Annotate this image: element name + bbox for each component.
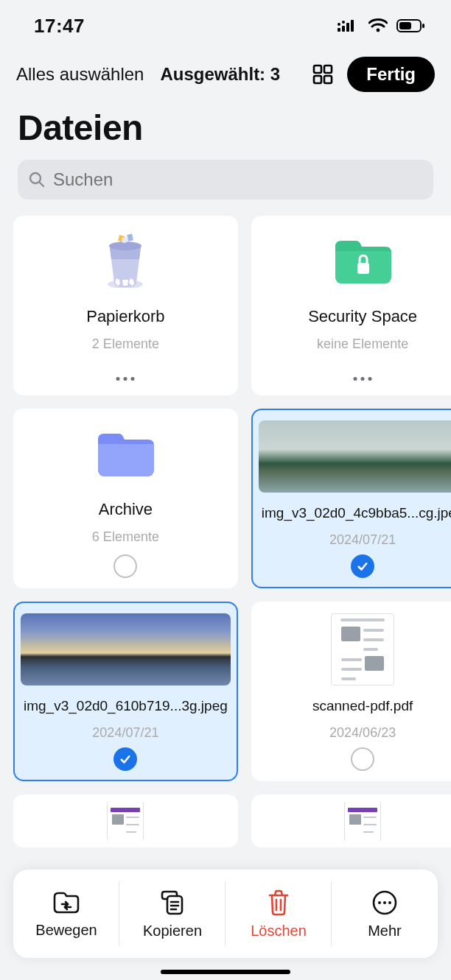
cell-signal-icon (338, 18, 360, 33)
copy-button[interactable]: Kopieren (119, 870, 226, 958)
page-title: Dateien (0, 97, 451, 152)
folder-icon (94, 426, 157, 479)
delete-button[interactable]: Löschen (226, 870, 332, 958)
file-thumbnail (21, 802, 231, 840)
svg-rect-12 (314, 76, 321, 83)
folder-label: Papierkorb (86, 288, 164, 326)
home-indicator (161, 970, 290, 974)
svg-rect-1 (342, 26, 345, 32)
file-item[interactable] (13, 794, 238, 847)
svg-rect-8 (399, 22, 411, 29)
svg-rect-11 (324, 66, 332, 73)
file-name: img_v3_02d0_610b719...3g.jpeg (21, 685, 231, 722)
move-icon (52, 889, 81, 916)
file-name: scanned-pdf.pdf (310, 685, 416, 722)
folder-label: Archive (99, 481, 153, 519)
search-input[interactable] (53, 169, 423, 190)
file-thumbnail (259, 613, 451, 685)
svg-rect-9 (422, 24, 424, 28)
lock-folder-icon (331, 233, 394, 286)
svg-point-32 (378, 901, 381, 904)
svg-point-5 (342, 21, 345, 24)
toolbar-label: Bewegen (35, 922, 97, 939)
folder-sub: 6 Elemente (92, 519, 159, 545)
select-circle[interactable] (113, 554, 137, 578)
file-item[interactable] (251, 794, 451, 847)
svg-point-6 (377, 29, 380, 32)
status-indicators (338, 18, 426, 33)
status-bar: 17:47 (0, 0, 451, 52)
svg-point-34 (388, 901, 391, 904)
select-circle[interactable] (351, 747, 374, 771)
file-date: 2024/06/23 (329, 722, 396, 741)
file-thumbnail (259, 420, 451, 493)
svg-rect-0 (338, 28, 340, 32)
more-button[interactable]: Mehr (332, 870, 438, 958)
file-date: 2024/07/21 (92, 722, 158, 741)
trash-icon (265, 889, 292, 917)
select-all-button[interactable]: Alles auswählen (16, 64, 144, 85)
copy-icon (158, 889, 186, 917)
toolbar-label: Kopieren (143, 923, 202, 940)
move-button[interactable]: Bewegen (13, 870, 119, 958)
layout-toggle-icon[interactable] (310, 62, 335, 87)
file-date: 2024/07/21 (329, 529, 396, 548)
search-icon (28, 171, 46, 188)
folder-label: Security Space (308, 288, 417, 326)
svg-rect-21 (357, 263, 369, 274)
folder-trash[interactable]: Papierkorb 2 Elemente (13, 216, 238, 395)
file-thumbnail (21, 613, 231, 685)
folder-archive[interactable]: Archive 6 Elemente (13, 409, 238, 588)
svg-rect-19 (127, 233, 134, 241)
toolbar-label: Mehr (368, 923, 402, 940)
svg-point-4 (338, 23, 340, 26)
file-thumbnail (259, 802, 451, 840)
search-bar[interactable] (18, 160, 433, 200)
file-item[interactable]: img_v3_02d0_4c9bba5...cg.jpeg 2024/07/21 (251, 409, 451, 588)
svg-rect-13 (324, 76, 332, 83)
bottom-toolbar: Bewegen Kopieren Löschen Me (13, 870, 438, 958)
file-grid: Papierkorb 2 Elemente Security Space kei… (0, 200, 451, 847)
file-item[interactable]: scanned-pdf.pdf 2024/06/23 (251, 602, 451, 781)
file-item[interactable]: img_v3_02d0_610b719...3g.jpeg 2024/07/21 (13, 602, 238, 781)
svg-line-15 (39, 182, 43, 186)
trash-icon (98, 230, 153, 288)
more-icon[interactable] (116, 377, 135, 381)
done-button[interactable]: Fertig (347, 57, 435, 92)
svg-rect-10 (314, 66, 321, 73)
svg-rect-3 (351, 20, 354, 32)
svg-rect-2 (346, 23, 349, 32)
file-name: img_v3_02d0_4c9bba5...cg.jpeg (259, 493, 451, 529)
top-actions: Alles auswählen Ausgewählt: 3 Fertig (0, 52, 451, 97)
wifi-icon (368, 18, 388, 33)
toolbar-label: Löschen (251, 923, 307, 940)
status-time: 17:47 (34, 15, 85, 38)
select-circle-checked[interactable] (113, 747, 137, 771)
more-icon (371, 889, 399, 917)
battery-icon (396, 18, 426, 33)
svg-point-33 (383, 901, 386, 904)
svg-point-20 (122, 237, 127, 243)
more-icon[interactable] (354, 377, 372, 381)
select-circle-checked[interactable] (351, 554, 374, 578)
selected-count: Ausgewählt: 3 (160, 64, 280, 85)
folder-sub: 2 Elemente (92, 326, 159, 352)
folder-sub: keine Elemente (317, 326, 408, 352)
folder-security-space[interactable]: Security Space keine Elemente (251, 216, 451, 395)
